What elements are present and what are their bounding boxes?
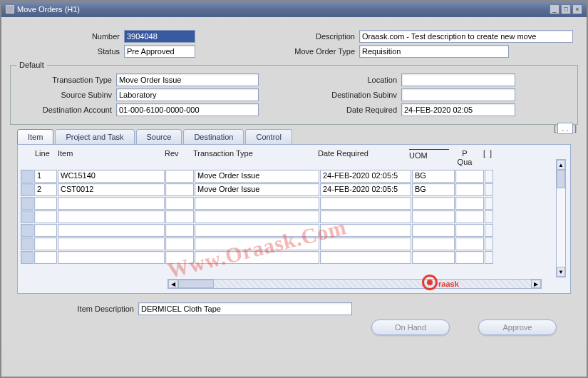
status-field[interactable] [124,45,195,58]
grid-cell[interactable] [320,251,411,264]
grid-cell[interactable] [195,251,319,264]
grid-cell[interactable] [455,237,484,250]
scroll-thumb-h[interactable] [178,280,214,288]
grid-cell[interactable] [165,183,194,196]
grid-cell[interactable] [195,210,319,223]
grid-cell[interactable] [165,197,194,210]
grid-cell[interactable] [165,170,194,183]
grid-cell[interactable] [320,224,411,237]
col-date-required: Date Required [316,148,408,168]
tab-item[interactable]: Item [17,129,53,144]
grid-cell[interactable]: CST0012 [58,183,165,196]
row-flex-button[interactable] [485,170,493,183]
grid-cell[interactable] [195,224,319,237]
grid-cell[interactable]: BG [412,183,455,196]
grid-cell[interactable] [412,210,455,223]
grid-vertical-scrollbar[interactable]: ▲ ▼ [556,159,566,277]
grid-cell[interactable] [34,210,57,223]
grid-cell[interactable] [455,170,484,183]
row-selector[interactable] [21,224,33,237]
grid-cell[interactable] [58,251,165,264]
table-row [21,224,567,237]
grid-cell[interactable] [58,197,165,210]
scroll-left-icon[interactable]: ◀ [168,280,178,288]
transaction-type-field[interactable] [116,73,259,86]
grid-cell[interactable] [165,237,194,250]
row-flex-button[interactable] [485,224,493,237]
grid-cell[interactable]: 2 [34,183,57,196]
grid-cell[interactable] [455,224,484,237]
grid-cell[interactable] [455,197,484,210]
grid-cell[interactable]: WC15140 [58,170,165,183]
grid-cell[interactable] [455,183,484,196]
destination-subinv-label: Destination Subinv [301,91,401,99]
row-selector[interactable] [21,251,33,264]
row-selector[interactable] [21,237,33,250]
col-item: Item [56,148,163,168]
grid-horizontal-scrollbar[interactable]: ◀ ▶ [167,279,542,289]
tab-control[interactable]: Control [245,129,292,144]
row-selector[interactable] [21,197,33,210]
minimize-button[interactable]: _ [550,4,559,14]
on-hand-button[interactable]: On Hand [371,320,450,335]
row-flex-button[interactable] [485,251,493,264]
grid-cell[interactable] [412,237,455,250]
grid-cell[interactable] [34,237,57,250]
row-selector[interactable] [21,183,33,196]
grid-cell[interactable] [58,237,165,250]
maximize-button[interactable]: □ [561,4,571,14]
scroll-thumb[interactable] [557,170,565,188]
number-field[interactable] [124,30,195,43]
grid-cell[interactable] [34,224,57,237]
flexfield-button[interactable]: . . [557,123,573,134]
location-field[interactable] [401,73,515,86]
destination-account-field[interactable] [116,103,259,116]
grid-cell[interactable]: BG [412,170,455,183]
grid-cell[interactable] [58,210,165,223]
grid-cell[interactable] [320,237,411,250]
row-flex-button[interactable] [485,197,493,210]
grid-cell[interactable]: Move Order Issue [195,183,319,196]
row-flex-button[interactable] [485,183,493,196]
close-button[interactable]: × [572,4,582,14]
grid-cell[interactable]: 24-FEB-2020 02:05:5 [320,183,411,196]
tab-source[interactable]: Source [136,129,182,144]
tab-destination[interactable]: Destination [183,129,244,144]
grid-cell[interactable]: Move Order Issue [195,170,319,183]
grid-cell[interactable] [455,251,484,264]
description-field[interactable] [359,30,573,43]
grid-cell[interactable] [195,197,319,210]
description-label: Description [267,32,359,41]
grid-cell[interactable] [165,210,194,223]
scroll-down-icon[interactable]: ▼ [557,267,565,277]
grid-cell[interactable] [195,237,319,250]
row-selector[interactable] [21,210,33,223]
grid-cell[interactable] [455,210,484,223]
source-subinv-field[interactable] [116,88,259,101]
grid-cell[interactable] [412,224,455,237]
grid-cell[interactable]: 24-FEB-2020 02:05:5 [320,170,411,183]
grid-cell[interactable] [34,197,57,210]
scroll-right-icon[interactable]: ▶ [531,280,541,288]
move-order-type-field[interactable] [359,45,509,58]
row-selector[interactable] [21,170,33,183]
grid-cell[interactable] [34,251,57,264]
grid-cell[interactable] [58,224,165,237]
scroll-up-icon[interactable]: ▲ [557,160,565,170]
grid-cell[interactable]: 1 [34,170,57,183]
grid-cell[interactable] [165,224,194,237]
destination-subinv-field[interactable] [401,88,515,101]
item-description-field[interactable] [138,302,352,315]
grid-cell[interactable] [320,197,411,210]
titlebar[interactable]: Move Orders (H1) _ □ × [1,1,587,17]
grid-cell[interactable] [320,210,411,223]
grid-cell[interactable] [412,197,455,210]
col-transaction-type: Transaction Type [192,148,316,168]
tab-project-task[interactable]: Project and Task [55,129,134,144]
row-flex-button[interactable] [485,210,493,223]
approve-button[interactable]: Approve [478,320,557,335]
date-required-field[interactable] [401,103,515,116]
grid-cell[interactable] [412,251,455,264]
grid-cell[interactable] [165,251,194,264]
row-flex-button[interactable] [485,237,493,250]
